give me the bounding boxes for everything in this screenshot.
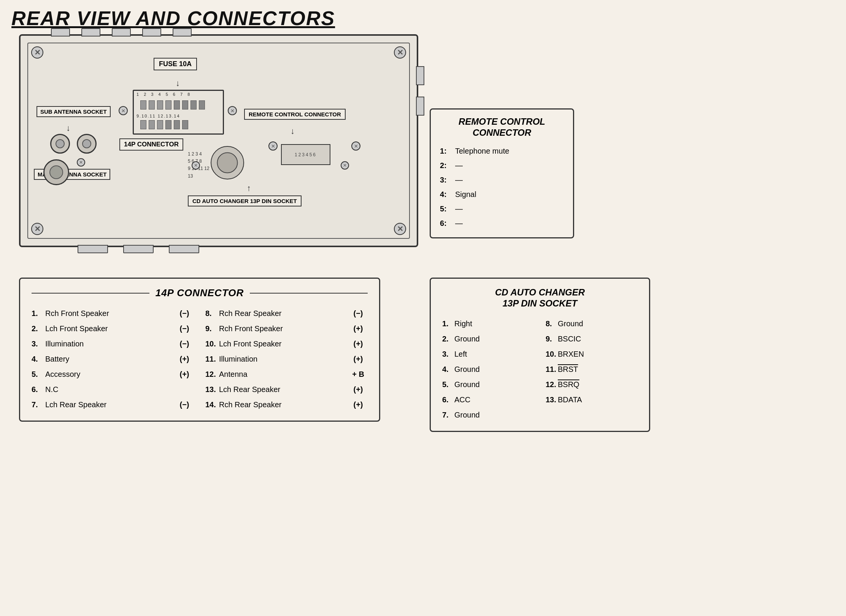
cd-changer-diag-label: CD AUTO CHANGER 13P DIN SOCKET — [188, 195, 302, 206]
connector-row: 8.Rch Rear Speaker(−) — [205, 306, 368, 321]
remote-diag-label: REMOTE CONTROL CONNECTOR — [244, 109, 346, 120]
sub-antenna-label: SUB ANTENNA SOCKET — [37, 106, 111, 117]
connector-row: 12.Antenna+ B — [205, 367, 368, 382]
remote-item: 6:— — [440, 216, 564, 230]
connector-row: 13.Lch Rear Speaker(+) — [205, 382, 368, 397]
connector-14p-left-col: 1.Rch Front Speaker(−)2.Lch Front Speake… — [32, 306, 194, 412]
cd-row: 12.BSRQ — [546, 377, 638, 392]
connector-14p-label: 14P CONNECTOR — [119, 138, 183, 151]
cd-row: 7.Ground — [442, 407, 534, 422]
remote-info-title: REMOTE CONTROL CONNECTOR — [440, 116, 564, 138]
remote-item: 4:Signal — [440, 187, 564, 202]
fuse-label: FUSE 10A — [154, 58, 197, 70]
top-tab — [173, 28, 192, 37]
remote-6pin-block: 123456 — [281, 144, 330, 165]
connector-14p-title: 14P CONNECTOR — [149, 287, 250, 299]
page-title: REAR VIEW AND CONNECTORS — [11, 7, 335, 30]
cd-changer-left-col: 1.Right2.Ground3.Left4.Ground5.Ground6.A… — [442, 316, 534, 422]
cd-changer-title: CD AUTO CHANGER 13P DIN SOCKET — [442, 287, 638, 309]
right-tab — [416, 97, 424, 116]
remote-item: 1:Telephone mute — [440, 144, 564, 158]
connector-row: 10.Lch Front Speaker(+) — [205, 336, 368, 351]
connector-row: 5.Accessory(+) — [32, 367, 194, 382]
screw-bottom-right — [394, 223, 406, 235]
connector-14p-grid: 1.Rch Front Speaker(−)2.Lch Front Speake… — [32, 306, 368, 412]
cd-row: 5.Ground — [442, 377, 534, 392]
remote-item: 3:— — [440, 173, 564, 187]
connector-14p-outline — [133, 90, 224, 135]
remote-arrow: ↓ — [290, 126, 295, 136]
top-tab — [112, 28, 131, 37]
cd-row: 9.BSCIC — [546, 331, 638, 346]
remote-control-info-box: REMOTE CONTROL CONNECTOR 1:Telephone mut… — [430, 108, 574, 238]
right-tabs — [416, 66, 424, 116]
screw-cddin-right: ✕ — [341, 161, 349, 170]
cd-din-socket — [211, 146, 244, 179]
connector-row: 7.Lch Rear Speaker(−) — [32, 397, 194, 412]
cd-row: 11.BRST — [546, 362, 638, 377]
screw-bottom-left — [31, 223, 43, 235]
connector-row: 6.N.C — [32, 382, 194, 397]
cd-changer-arrow: ↑ — [247, 183, 251, 193]
device-diagram: FUSE 10A ↓ 1 2 3 4 5 6 7 8 9.10.11 12.13… — [19, 34, 418, 247]
antenna-circle-1 — [50, 134, 70, 154]
cd-changer-grid: 1.Right2.Ground3.Left4.Ground5.Ground6.A… — [442, 316, 638, 422]
screw-14p-right: ✕ — [228, 106, 237, 115]
remote-items-list: 1:Telephone mute2:—3:—4:Signal5:—6:— — [440, 144, 564, 230]
screw-top-right — [394, 46, 406, 59]
cd-row: 2.Ground — [442, 331, 534, 346]
connector-14p-right-col: 8.Rch Rear Speaker(−)9.Rch Front Speaker… — [205, 306, 368, 412]
connector-row: 4.Battery(+) — [32, 351, 194, 367]
main-antenna-circle — [43, 159, 69, 185]
remote-item: 2:— — [440, 158, 564, 173]
top-tabs — [51, 28, 192, 37]
connector-row: 11.Illumination(+) — [205, 351, 368, 367]
screw-antenna: ✕ — [77, 158, 85, 167]
remote-item: 5:— — [440, 202, 564, 216]
connector-row: 14.Rch Rear Speaker(+) — [205, 397, 368, 412]
cd-changer-right-col: 8.Ground9.BSCIC10.BRXEN11.BRST12.BSRQ13.… — [546, 316, 638, 422]
connector-14p-title-line: 14P CONNECTOR — [32, 287, 368, 299]
cd-row: 13.BDATA — [546, 392, 638, 407]
bottom-tabs — [78, 245, 199, 253]
top-tab — [81, 28, 100, 37]
cd-row: 8.Ground — [546, 316, 638, 331]
top-tab — [142, 28, 161, 37]
bottom-tab — [123, 245, 154, 253]
connector-14p-section: 14P CONNECTOR 1.Rch Front Speaker(−)2.Lc… — [19, 278, 380, 422]
cd-changer-section: CD AUTO CHANGER 13P DIN SOCKET 1.Right2.… — [430, 278, 650, 432]
cd-row: 3.Left — [442, 346, 534, 362]
screw-remote-right: ✕ — [351, 141, 360, 151]
cd-row: 10.BRXEN — [546, 346, 638, 362]
connector-row: 9.Rch Front Speaker(+) — [205, 321, 368, 336]
antenna-circle-2 — [77, 134, 97, 154]
connector-row: 2.Lch Front Speaker(−) — [32, 321, 194, 336]
cd-row: 4.Ground — [442, 362, 534, 377]
screw-top-left — [31, 46, 43, 59]
connector-row: 3.Illumination(−) — [32, 336, 194, 351]
top-tab — [51, 28, 70, 37]
screw-cddin-left: ✕ — [192, 161, 200, 170]
bottom-tab — [169, 245, 199, 253]
cd-row: 6.ACC — [442, 392, 534, 407]
bottom-tab — [78, 245, 108, 253]
screw-14p-left: ✕ — [119, 106, 128, 115]
cd-row: 1.Right — [442, 316, 534, 331]
screw-remote-left: ✕ — [268, 141, 278, 151]
sub-antenna-arrow: ↓ — [66, 123, 70, 133]
right-tab — [416, 66, 424, 85]
connector-row: 1.Rch Front Speaker(−) — [32, 306, 194, 321]
fuse-arrow: ↓ — [176, 78, 180, 88]
